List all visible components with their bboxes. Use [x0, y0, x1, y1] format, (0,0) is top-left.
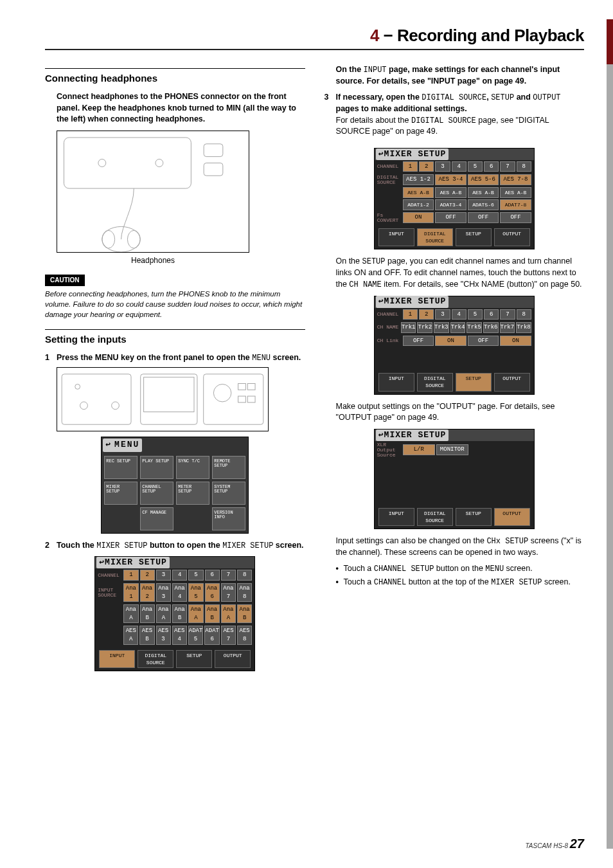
src-r1-4[interactable]: Ana 4 [172, 583, 187, 602]
dsrc-r3-4[interactable]: ADAT7-8 [500, 199, 531, 210]
dsrc-r2-3[interactable]: AES A-B [468, 187, 499, 198]
stab-setup[interactable]: SETUP [456, 373, 492, 391]
chname-5[interactable]: Trk5 [466, 322, 482, 333]
sch-6[interactable]: 6 [484, 309, 499, 320]
src-r1-1[interactable]: Ana 1 [123, 583, 138, 602]
dch-4[interactable]: 4 [452, 161, 466, 172]
otab-output[interactable]: OUTPUT [494, 508, 530, 526]
channel-7[interactable]: 7 [221, 570, 236, 581]
stab-output[interactable]: OUTPUT [494, 373, 530, 391]
chname-3[interactable]: Trk3 [434, 322, 449, 333]
chlink-2[interactable]: ON [435, 336, 466, 347]
channel-6[interactable]: 6 [205, 570, 220, 581]
src-r2-6[interactable]: Ana B [205, 604, 220, 623]
dtab-setup[interactable]: SETUP [456, 228, 492, 246]
src-r2-1[interactable]: Ana A [123, 604, 138, 623]
src-r3-3[interactable]: AES 3 [156, 626, 171, 644]
chname-4[interactable]: Trk4 [450, 322, 466, 333]
fs-2[interactable]: OFF [435, 212, 466, 223]
fs-1[interactable]: ON [403, 212, 434, 223]
chname-1[interactable]: Trk1 [401, 322, 416, 333]
xlr-monitor[interactable]: MONITOR [436, 444, 468, 455]
dsrc-r2-1[interactable]: AES A-B [403, 187, 434, 198]
dch-7[interactable]: 7 [500, 161, 515, 172]
tab-input[interactable]: INPUT [99, 650, 135, 668]
channel-4[interactable]: 4 [172, 570, 187, 581]
channel-2[interactable]: 2 [140, 570, 155, 581]
chlink-1[interactable]: OFF [403, 336, 434, 347]
dch-1[interactable]: 1 [403, 161, 418, 172]
src-r2-4[interactable]: Ana B [172, 604, 187, 623]
dch-5[interactable]: 5 [468, 161, 483, 172]
dtab-output[interactable]: OUTPUT [494, 228, 530, 246]
src-r3-8[interactable]: AES 8 [237, 626, 252, 644]
channel-5[interactable]: 5 [188, 570, 203, 581]
chlink-3[interactable]: OFF [468, 336, 499, 347]
src-r2-8[interactable]: Ana B [237, 604, 252, 623]
menu-btn-play-setup[interactable]: PLAY SETUP [140, 456, 173, 479]
dsrc-r1-3[interactable]: AES 5-6 [468, 174, 499, 185]
dsrc-r1-1[interactable]: AES 1-2 [403, 174, 434, 185]
dtab-digital[interactable]: DIGITAL SOURCE [417, 228, 453, 246]
src-r3-2[interactable]: AES B [139, 626, 154, 644]
chname-2[interactable]: Trk2 [417, 322, 432, 333]
channel-3[interactable]: 3 [156, 570, 171, 581]
src-r2-7[interactable]: Ana A [221, 604, 236, 623]
src-r2-5[interactable]: Ana A [188, 604, 203, 623]
stab-input[interactable]: INPUT [378, 373, 414, 391]
sch-2[interactable]: 2 [419, 309, 434, 320]
menu-btn-sync-tc[interactable]: SYNC T/C [176, 456, 209, 479]
otab-setup[interactable]: SETUP [456, 508, 492, 526]
dch-2[interactable]: 2 [419, 161, 434, 172]
src-r3-7[interactable]: AES 7 [221, 626, 236, 644]
channel-8[interactable]: 8 [237, 570, 252, 581]
src-r3-1[interactable]: AES A [123, 626, 138, 644]
src-r2-2[interactable]: Ana B [140, 604, 155, 623]
chname-6[interactable]: Trk6 [483, 322, 499, 333]
dsrc-r1-4[interactable]: AES 7-8 [500, 174, 531, 185]
src-r2-3[interactable]: Ana A [156, 604, 171, 623]
src-r1-7[interactable]: Ana 7 [221, 583, 236, 602]
sch-1[interactable]: 1 [403, 309, 418, 320]
chlink-4[interactable]: ON [500, 336, 531, 347]
sch-7[interactable]: 7 [500, 309, 515, 320]
menu-btn-remote-setup[interactable]: REMOTE SETUP [212, 456, 245, 479]
sch-8[interactable]: 8 [517, 309, 531, 320]
src-r1-8[interactable]: Ana 8 [237, 583, 252, 602]
otab-input[interactable]: INPUT [378, 508, 414, 526]
dch-8[interactable]: 8 [517, 161, 531, 172]
chname-8[interactable]: Trk8 [516, 322, 531, 333]
dsrc-r1-2[interactable]: AES 3-4 [435, 174, 466, 185]
dsrc-r3-3[interactable]: ADAT5-6 [468, 199, 499, 210]
tab-output[interactable]: OUTPUT [215, 650, 251, 668]
tab-setup[interactable]: SETUP [176, 650, 212, 668]
src-r1-6[interactable]: Ana 6 [205, 583, 220, 602]
menu-btn-meter-setup[interactable]: METER SETUP [176, 482, 209, 505]
dsrc-r2-2[interactable]: AES A-B [435, 187, 466, 198]
dsrc-r3-2[interactable]: ADAT3-4 [435, 199, 466, 210]
src-r3-6[interactable]: ADAT 6 [204, 626, 220, 644]
menu-btn-cf-manage[interactable]: CF MANAGE [140, 507, 173, 530]
channel-1[interactable]: 1 [123, 570, 138, 581]
menu-btn-rec-setup[interactable]: REC SETUP [104, 456, 138, 479]
src-r3-4[interactable]: AES 4 [172, 626, 187, 644]
src-r3-5[interactable]: ADAT 5 [188, 626, 204, 644]
sch-3[interactable]: 3 [435, 309, 450, 320]
src-r1-2[interactable]: Ana 2 [140, 583, 155, 602]
fs-3[interactable]: OFF [468, 212, 499, 223]
fs-4[interactable]: OFF [500, 212, 531, 223]
menu-btn-mixer-setup[interactable]: MIXER SETUP [104, 482, 138, 505]
menu-btn-version-info[interactable]: VERSION INFO [212, 507, 245, 530]
menu-btn-system-setup[interactable]: SYSTEM SETUP [212, 482, 245, 505]
chname-7[interactable]: Trk7 [500, 322, 515, 333]
src-r1-5[interactable]: Ana 5 [188, 583, 203, 602]
sch-5[interactable]: 5 [468, 309, 483, 320]
stab-digital[interactable]: DIGITAL SOURCE [417, 373, 453, 391]
dch-3[interactable]: 3 [435, 161, 450, 172]
menu-btn-channel-setup[interactable]: CHANNEL SETUP [140, 482, 173, 505]
otab-digital[interactable]: DIGITAL SOURCE [417, 508, 453, 526]
src-r1-3[interactable]: Ana 3 [156, 583, 171, 602]
tab-digital[interactable]: DIGITAL SOURCE [138, 650, 173, 668]
sch-4[interactable]: 4 [452, 309, 466, 320]
xlr-lr[interactable]: L/R [403, 444, 435, 455]
